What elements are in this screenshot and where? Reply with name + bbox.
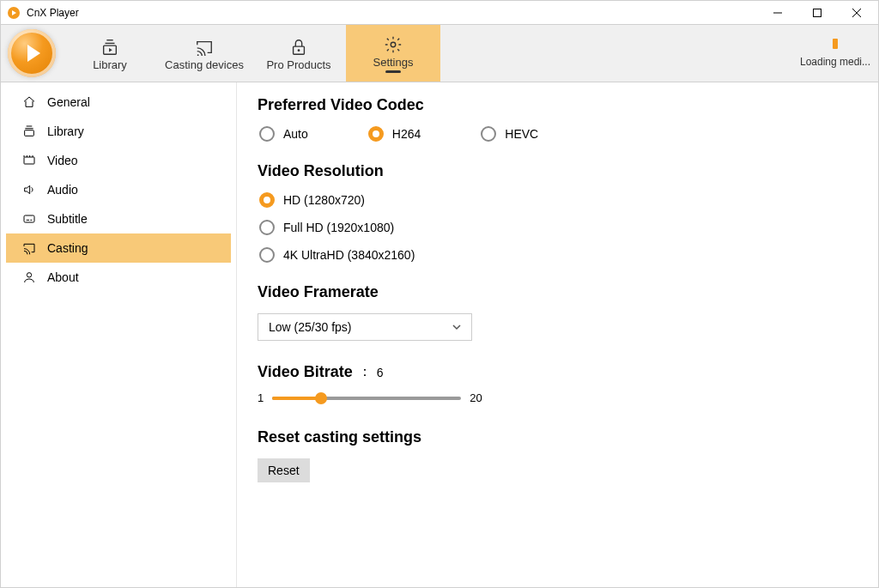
minimize-button[interactable]: [758, 1, 797, 25]
toolbar-label: Casting devices: [165, 58, 244, 71]
settings-sidebar: General Library Video Audio Subtitle Cas…: [1, 82, 237, 587]
toolbar-item-pro-products[interactable]: Pro Products: [252, 25, 346, 82]
sidebar-item-general[interactable]: General: [6, 88, 231, 117]
radio-codec-h264[interactable]: H264: [368, 126, 421, 142]
section-title-resolution: Video Resolution: [258, 162, 858, 180]
radio-label: HEVC: [505, 127, 538, 141]
sidebar-item-video[interactable]: Video: [6, 146, 231, 175]
sidebar-item-subtitle[interactable]: Subtitle: [6, 204, 231, 233]
radio-res-4k[interactable]: 4K UltraHD (3840x2160): [259, 247, 858, 263]
resolution-radio-group: HD (1280x720) Full HD (1920x1080) 4K Ult…: [259, 192, 858, 263]
sidebar-item-label: Casting: [47, 241, 88, 255]
loading-text: Loading medi...: [800, 56, 870, 68]
home-icon: [21, 95, 37, 109]
toolbar-item-library[interactable]: Library: [63, 25, 157, 82]
reset-button-label: Reset: [268, 464, 300, 477]
dropdown-value: Low (25/30 fps): [269, 320, 352, 334]
section-title-codec: Preferred Video Codec: [258, 96, 858, 114]
sidebar-item-label: Library: [47, 124, 84, 138]
svg-rect-1: [814, 9, 821, 16]
chevron-down-icon: [452, 323, 461, 331]
sidebar-item-label: Audio: [47, 183, 78, 197]
toolbar-label: Settings: [373, 56, 414, 69]
radio-codec-hevc[interactable]: HEVC: [481, 126, 538, 142]
svg-rect-15: [24, 157, 34, 164]
close-button[interactable]: [837, 1, 876, 25]
toolbar-label: Library: [93, 58, 127, 71]
codec-radio-group: Auto H264 HEVC: [259, 126, 858, 142]
svg-point-10: [298, 49, 300, 52]
app-icon: [8, 7, 20, 19]
loading-indicator: Loading medi...: [792, 25, 878, 82]
cast-icon: [21, 241, 37, 255]
slider-min: 1: [258, 391, 264, 404]
person-icon: [21, 270, 37, 284]
library-icon: [100, 36, 119, 58]
sidebar-item-casting[interactable]: Casting: [6, 233, 231, 263]
sidebar-item-audio[interactable]: Audio: [6, 175, 231, 204]
slider-thumb[interactable]: [315, 392, 327, 404]
section-title-bitrate: Video Bitrate: [258, 363, 353, 381]
speaker-icon: [21, 183, 37, 197]
radio-codec-auto[interactable]: Auto: [259, 126, 308, 142]
sidebar-item-library[interactable]: Library: [6, 117, 231, 146]
cast-icon: [195, 36, 214, 58]
slider-max: 20: [470, 391, 482, 404]
section-title-framerate: Video Framerate: [258, 283, 858, 301]
settings-content: Preferred Video Codec Auto H264 HEVC Vid…: [237, 82, 878, 587]
bitrate-value: 6: [377, 366, 384, 379]
loading-spinner-icon: [833, 39, 838, 49]
svg-point-8: [197, 54, 199, 56]
sidebar-item-label: General: [47, 95, 90, 109]
toolbar-item-casting-devices[interactable]: Casting devices: [157, 25, 252, 82]
svg-marker-7: [109, 47, 112, 52]
gear-icon: [384, 33, 403, 56]
slider-track[interactable]: [272, 397, 461, 400]
lock-icon: [289, 36, 308, 58]
title-bar: CnX Player: [0, 0, 879, 24]
radio-res-fullhd[interactable]: Full HD (1920x1080): [259, 220, 858, 235]
radio-label: Full HD (1920x1080): [283, 221, 394, 234]
sidebar-item-label: Video: [47, 154, 78, 167]
toolbar-item-settings[interactable]: Settings: [346, 25, 440, 82]
svg-rect-14: [25, 130, 34, 136]
main-toolbar: Library Casting devices Pro Products Set…: [0, 24, 879, 82]
film-icon: [21, 154, 37, 167]
toolbar-label: Pro Products: [266, 58, 330, 71]
radio-label: HD (1280x720): [283, 193, 365, 207]
window-title: CnX Player: [27, 7, 79, 19]
play-button[interactable]: [1, 25, 63, 82]
radio-label: 4K UltraHD (3840x2160): [283, 248, 415, 262]
maximize-button[interactable]: [797, 1, 837, 25]
svg-point-23: [27, 273, 31, 277]
radio-res-hd[interactable]: HD (1280x720): [259, 192, 858, 208]
radio-label: Auto: [283, 127, 308, 141]
framerate-dropdown[interactable]: Low (25/30 fps): [258, 313, 472, 341]
section-title-reset: Reset casting settings: [258, 428, 858, 446]
svg-point-11: [391, 42, 396, 47]
bitrate-slider[interactable]: 1 20: [258, 391, 858, 404]
radio-label: H264: [392, 127, 421, 141]
sidebar-item-label: Subtitle: [47, 212, 88, 226]
library-icon: [21, 124, 37, 138]
bitrate-separator: ：: [358, 363, 372, 381]
sidebar-item-label: About: [47, 270, 79, 284]
subtitle-icon: [21, 212, 37, 226]
sidebar-item-about[interactable]: About: [6, 263, 231, 292]
svg-rect-20: [24, 215, 34, 222]
reset-button[interactable]: Reset: [258, 458, 310, 482]
